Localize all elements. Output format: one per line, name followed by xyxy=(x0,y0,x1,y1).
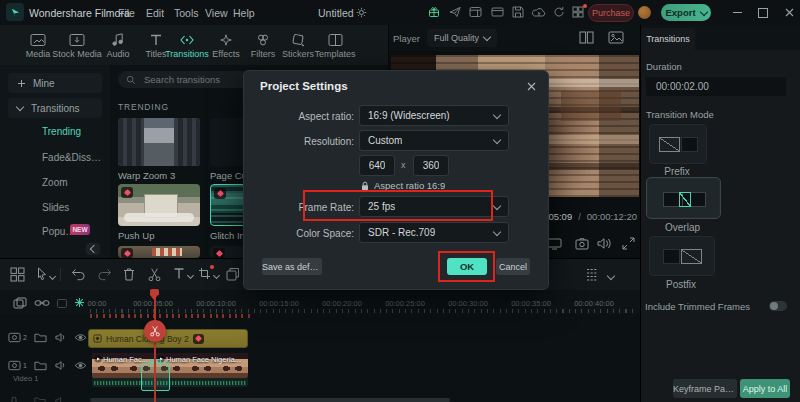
undo-icon[interactable] xyxy=(71,268,86,281)
tab-transitions-properties[interactable]: Transitions xyxy=(641,28,695,50)
maximize-button[interactable] xyxy=(752,0,774,25)
sidebar-item-mine[interactable]: Mine xyxy=(8,73,102,93)
duration-label: Duration xyxy=(646,61,682,72)
transition-thumb-partial[interactable] xyxy=(118,246,200,258)
gift-icon[interactable] xyxy=(428,6,440,18)
sidebar-item-trending[interactable]: Trending xyxy=(42,126,104,137)
link-clips-icon[interactable] xyxy=(34,298,50,308)
thumb-buildings-right xyxy=(174,118,200,166)
sidebar-item-slides[interactable]: Slides xyxy=(42,202,104,213)
snapshot-camera-icon[interactable] xyxy=(575,237,589,250)
cloud-upload-icon[interactable] xyxy=(532,6,546,18)
transition-handle[interactable] xyxy=(150,359,161,365)
track-lock-folder-icon[interactable] xyxy=(34,332,47,343)
keyframe-panel-button[interactable]: Keyframe Panel xyxy=(673,379,737,398)
width-input[interactable]: 640 xyxy=(359,155,395,176)
share-icon[interactable] xyxy=(449,6,461,18)
play-on-device-icon[interactable] xyxy=(547,237,562,250)
sidebar-item-transitions-group[interactable]: Transitions xyxy=(8,98,102,118)
track-manager-caret-icon[interactable] xyxy=(607,272,615,280)
transition-overlay[interactable] xyxy=(141,363,170,391)
sidebar-collapse-button[interactable] xyxy=(86,243,100,255)
purchase-button[interactable]: Purchase xyxy=(588,4,634,22)
menu-view[interactable]: View xyxy=(205,7,228,19)
track-visibility-eye-icon[interactable] xyxy=(74,361,87,370)
mode-prefix-button[interactable] xyxy=(649,124,707,164)
sidebar-item-fade-dissolve[interactable]: Fade&Dissolve xyxy=(42,152,106,163)
fullscreen-icon[interactable] xyxy=(622,237,635,250)
transition-thumb-warp-zoom-3[interactable] xyxy=(118,118,200,166)
split-playhead-scissors-badge[interactable] xyxy=(144,320,166,342)
timeline-ruler[interactable]: 00:00 00:00:05:00 00:00:10:00 00:00:15:0… xyxy=(0,290,640,314)
split-view-icon[interactable] xyxy=(579,31,594,44)
mode-postfix-button[interactable] xyxy=(649,236,715,276)
templates-icon xyxy=(328,33,343,47)
transition-mode-label: Transition Mode xyxy=(646,109,714,120)
volume-icon[interactable] xyxy=(597,237,612,250)
track-mute-icon[interactable] xyxy=(55,332,68,343)
crop-tool[interactable] xyxy=(198,267,219,280)
player-label: Player xyxy=(393,33,420,44)
menu-help[interactable]: Help xyxy=(233,7,255,19)
save-icon[interactable] xyxy=(512,6,524,18)
track-visibility-eye-icon[interactable] xyxy=(74,333,87,342)
clip-type-icon xyxy=(93,334,102,343)
card-icon[interactable] xyxy=(491,6,504,18)
include-trimmed-frames-toggle[interactable] xyxy=(769,301,787,311)
duration-input[interactable]: 00:00:02.00 xyxy=(646,77,786,96)
clone-icon[interactable] xyxy=(226,267,240,281)
annotation-frame-rate-highlight xyxy=(303,190,493,221)
sidebar-item-zoom[interactable]: Zoom xyxy=(42,177,104,188)
color-space-dropdown[interactable]: SDR - Rec.709 xyxy=(359,222,509,243)
toolbar-divider xyxy=(60,268,61,281)
cancel-button[interactable]: Cancel xyxy=(496,258,530,275)
record-screen-icon[interactable] xyxy=(13,297,27,309)
thumb-label: Warp Zoom 3 xyxy=(118,170,200,181)
aspect-ratio-dropdown[interactable]: 16:9 (Widescreen) xyxy=(359,105,509,126)
mode-overlap-button[interactable] xyxy=(647,178,720,218)
transition-thumb-push-up[interactable] xyxy=(118,184,200,226)
track-lock-folder-icon[interactable] xyxy=(34,360,47,371)
project-settings-gear-icon[interactable] xyxy=(356,7,367,18)
minimize-button[interactable] xyxy=(726,0,748,25)
export-button[interactable]: Export xyxy=(661,4,711,21)
preview-glitch-block xyxy=(561,91,621,121)
color-space-label: Color Space: xyxy=(284,228,354,239)
apply-to-all-button[interactable]: Apply to All xyxy=(740,379,790,398)
sync-icon[interactable] xyxy=(553,6,565,18)
save-as-default-button[interactable]: Save as default xyxy=(262,258,322,275)
close-button[interactable] xyxy=(778,0,800,25)
right-panel: Transitions Duration 00:00:02.00 Transit… xyxy=(640,25,800,402)
height-value: 360 xyxy=(423,160,440,171)
pointer-tool[interactable] xyxy=(36,267,55,281)
split-scissors-icon[interactable] xyxy=(147,267,162,282)
menu-edit[interactable]: Edit xyxy=(146,7,164,19)
toggle-knob xyxy=(770,302,778,310)
duration-value: 00:00:02.00 xyxy=(656,81,709,92)
playhead-handle[interactable] xyxy=(150,289,159,300)
clip-audio-waveform xyxy=(92,378,248,387)
crop-badge-dot xyxy=(210,265,214,269)
track-mute-icon[interactable] xyxy=(55,360,68,371)
menu-tools[interactable]: Tools xyxy=(174,7,199,19)
timeline-scrollbar[interactable] xyxy=(90,398,450,402)
delete-trash-icon[interactable] xyxy=(122,267,136,282)
playhead-line[interactable] xyxy=(154,290,156,402)
pro-gem-icon xyxy=(121,248,133,258)
menu-file[interactable]: File xyxy=(118,7,135,19)
workspace-icon[interactable] xyxy=(572,6,584,18)
avatar[interactable] xyxy=(638,6,651,19)
snapshot-image-icon[interactable] xyxy=(608,31,624,44)
layout-grid-icon[interactable] xyxy=(10,267,25,282)
dialog-close-button[interactable] xyxy=(522,77,540,95)
height-input[interactable]: 360 xyxy=(413,155,449,176)
snap-icon[interactable] xyxy=(56,298,68,309)
text-tool[interactable] xyxy=(173,267,193,280)
overlap-mode-icon xyxy=(663,191,705,206)
redo-icon[interactable] xyxy=(97,268,112,281)
panel-layout-icon[interactable] xyxy=(469,6,482,18)
quality-dropdown[interactable]: Full Quality xyxy=(427,29,497,47)
track-manager-icon[interactable] xyxy=(585,267,599,282)
resolution-dropdown[interactable]: Custom xyxy=(359,130,509,151)
clip-overlay-track[interactable]: Human Cloning Boy 2 xyxy=(88,329,248,348)
